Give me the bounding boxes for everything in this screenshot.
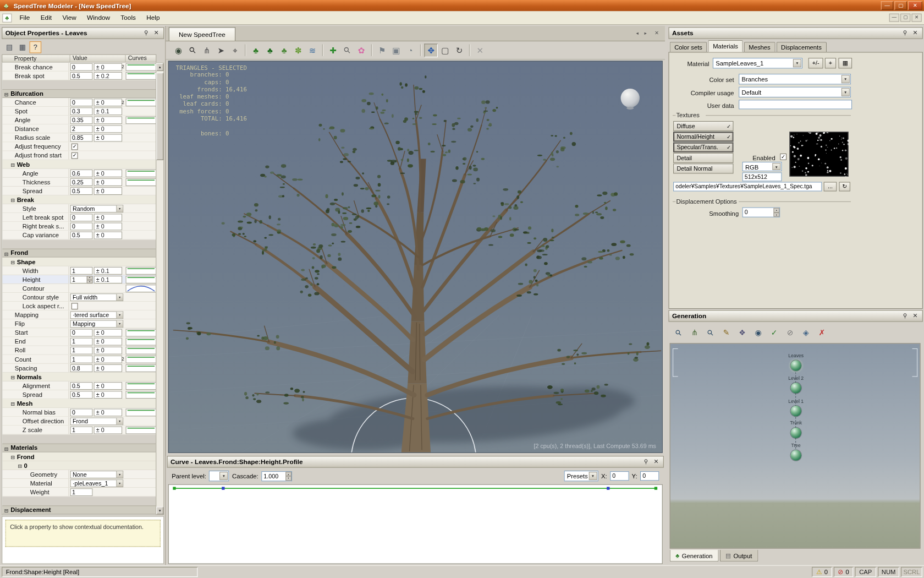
prop-variance-field[interactable]: ± 0 [94,214,122,221]
prop-variance-field[interactable]: ± 0 [94,222,122,230]
object-properties-header[interactable]: Object Properties - Leaves ⚲ ✕ [2,27,164,39]
prop-checkbox[interactable]: ✓ [72,152,78,159]
prop-break-spot[interactable]: Break spot0.5± 0.2 [2,72,156,80]
tab-prev-icon[interactable]: ◂ [633,29,641,39]
subsection-break[interactable]: ⊟Break [2,195,156,204]
prop-curve-thumbnail[interactable] [126,72,157,80]
prop-z-scale[interactable]: Z scale1± 0 [2,426,156,434]
add-generator-icon[interactable]: ⋔ [688,326,701,339]
prop-variance-field[interactable]: ± 0 [94,116,122,124]
maximize-button[interactable]: ▢ [894,1,907,10]
prop-value-field[interactable]: 0.5 [70,232,93,239]
browse-button[interactable]: ... [824,182,837,191]
menu-edit[interactable]: Edit [35,13,57,23]
x-field[interactable]: 0 [610,471,629,481]
tab-color-sets[interactable]: Color sets [670,42,707,52]
material-dropdown[interactable]: SampleLeaves_1▼ [713,58,802,68]
mdi-close-button[interactable]: ✕ [911,14,921,22]
subsection-0[interactable]: ⊟0 [2,461,156,470]
tab-displacements[interactable]: Displacements [776,42,826,52]
texture-path-field[interactable]: odeler¥Samples¥Textures¥SampleLeaves_1_S… [673,182,822,191]
prop-curve-thumbnail[interactable] [126,364,157,372]
texture-slot-detail-normal[interactable]: Detail Normal [673,163,733,173]
subsection-web[interactable]: ⊟Web [2,160,156,169]
prop-contour[interactable]: Contour [2,284,156,293]
generation-header[interactable]: Generation ⚲ ✕ [668,310,922,321]
prop-value-field[interactable]: 1 [70,267,93,275]
curve-editor-canvas[interactable] [168,484,663,564]
refresh-icon[interactable]: ↻ [839,182,850,191]
node-tree[interactable] [791,450,801,460]
prop-variance-field[interactable]: ± 0 [94,364,122,372]
menu-tools[interactable]: Tools [116,13,141,23]
pin-icon[interactable]: ⚲ [142,29,151,37]
mdi-minimize-button[interactable]: — [889,14,899,22]
prop-variance-field[interactable]: ± 0 [94,338,122,346]
spin-up-icon[interactable]: ▴ [285,472,292,476]
add-icon[interactable]: ✚ [326,43,340,57]
focus-icon[interactable]: ◈ [800,326,813,339]
prop-variance-field[interactable]: ± 0 [94,232,122,239]
prop-spacing[interactable]: Spacing0.8± 0 [2,364,156,373]
scroll-up-icon[interactable]: ▲ [156,63,163,71]
document-tab[interactable]: New SpeedTree [169,27,235,41]
add-remove-material-button[interactable]: +/- [809,58,823,68]
prop-dropdown[interactable]: Full width▼ [70,293,124,301]
collapse-icon[interactable]: ⊟ [10,401,15,407]
add-material-button[interactable]: + [825,58,836,68]
texture-slot-diffuse[interactable]: Diffuse✓ [673,121,733,131]
prop-value-field[interactable]: 0 [70,222,93,230]
subsection-frond[interactable]: ⊟Frond [2,452,156,461]
prop-value-field[interactable]: 0 [70,329,93,337]
prop-alignment[interactable]: Alignment0.5± 0 [2,381,156,390]
visibility-icon[interactable]: ◉ [752,326,765,339]
flat-view-icon[interactable]: ▦ [16,41,28,53]
prop-checkbox[interactable] [72,303,78,309]
palette-icon[interactable]: ▦ [838,58,852,68]
prop-variance-field[interactable]: ± 0 [94,99,122,106]
titlebar[interactable]: ♣ SpeedTree Modeler - [New SpeedTree] — … [0,0,924,11]
flag-icon[interactable]: ⚑ [375,43,389,57]
timer-icon[interactable]: ◔ [404,43,417,57]
column-value[interactable]: Value [70,55,87,62]
menu-help[interactable]: Help [141,13,166,23]
prop-value-field[interactable]: 0.6 [70,170,93,177]
close-icon[interactable]: ✕ [911,29,919,37]
prop-cap-variance[interactable]: Cap variance0.5± 0 [2,231,156,239]
prop-spread[interactable]: Spread0.5± 0 [2,390,156,399]
prop-dropdown[interactable]: Mapping▼ [70,320,124,328]
column-property[interactable]: Property [14,56,37,62]
texture-slot-detail[interactable]: Detail [673,153,733,163]
assets-header[interactable]: Assets ⚲ ✕ [668,27,922,39]
section-frond[interactable]: ⊟Frond [2,240,156,258]
prop-variance-field[interactable]: ± 0 [94,391,122,399]
prop-geometry[interactable]: GeometryNone▼ [2,470,156,479]
collapse-icon[interactable]: ⊟ [4,250,9,258]
close-button[interactable]: ✕ [908,1,922,10]
smoothing-field[interactable]: 0▴▾ [743,208,780,217]
prop-value-field[interactable]: 1 [70,488,93,496]
prop-variance-field[interactable]: ± 0.1 [94,267,122,275]
prop-distance[interactable]: Distance2± 0 [2,124,156,133]
curve-point[interactable] [222,487,224,489]
prop-curve-thumbnail[interactable] [126,178,157,186]
prop-curve-thumbnail[interactable] [126,338,157,346]
prop-contour-style[interactable]: Contour styleFull width▼ [2,293,156,302]
viewport-3d[interactable]: TRIANGLES - SELECTED branches: 0 caps: 0… [168,61,663,452]
prop-value-field[interactable]: 0.35 [70,116,93,124]
collapse-icon[interactable]: ⊟ [18,463,22,469]
prop-curve-thumbnail[interactable] [126,329,157,337]
tree-ruler-icon[interactable]: ♣ [277,43,291,57]
prop-value-field[interactable]: 1 [70,338,93,346]
generation-graph[interactable]: Leaves Level 2 Level 1 Trunk Tree [670,343,921,548]
prop-height[interactable]: Height1▴▾± 0.1 [2,275,156,284]
spin-down-icon[interactable]: ▾ [773,212,779,217]
collapse-icon[interactable]: ⊟ [10,259,15,265]
prop-width[interactable]: Width1± 0.1 [2,266,156,275]
prop-mapping[interactable]: Mapping·tered surface▼ [2,310,156,319]
prop-value-field[interactable]: 0 [70,214,93,221]
cascade-field[interactable]: 1.000▴▾ [261,471,292,481]
prop-value-field[interactable]: 0 [70,408,93,416]
lock-icon[interactable]: ⊘ [784,326,797,339]
prop-curve-thumbnail[interactable]: 2 [126,63,157,71]
